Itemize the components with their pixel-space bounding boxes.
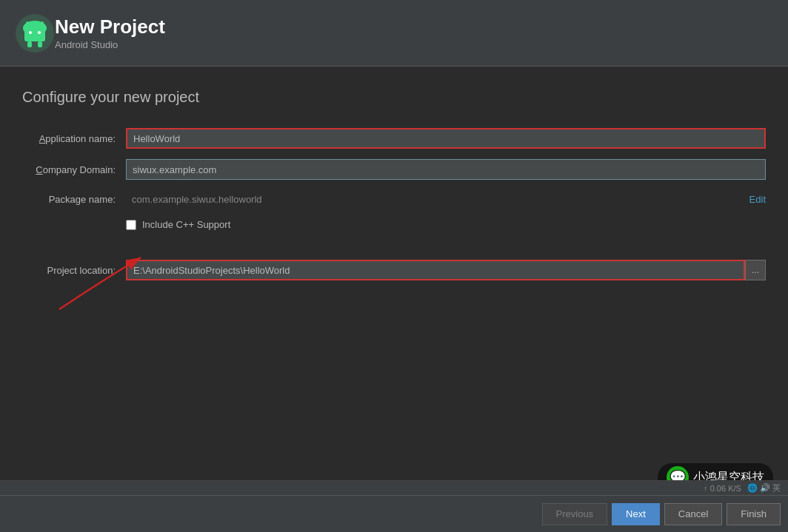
project-location-input[interactable]: [126, 260, 745, 280]
next-button[interactable]: Next: [612, 503, 660, 525]
header: New Project Android Studio: [0, 0, 788, 67]
form-area: Application name: Company Domain: Packag…: [22, 128, 766, 280]
previous-button[interactable]: Previous: [542, 503, 608, 525]
browse-button[interactable]: ...: [745, 260, 766, 280]
header-title: New Project: [55, 16, 165, 38]
svg-rect-2: [24, 28, 45, 41]
project-location-row: Project location: ...: [22, 260, 766, 280]
package-name-row: Package name: com.example.siwux.hellowor…: [22, 190, 766, 209]
edit-link[interactable]: Edit: [749, 194, 766, 205]
cpp-support-label: Include C++ Support: [142, 219, 230, 230]
application-name-label: Application name:: [22, 133, 126, 144]
svg-point-7: [26, 21, 29, 24]
status-bar: ↑ 0.06 K/S 🌐 🔊 英: [0, 480, 788, 495]
cpp-support-row: Include C++ Support: [126, 219, 766, 230]
finish-button[interactable]: Finish: [727, 503, 781, 525]
package-name-value: com.example.siwux.helloworld: [126, 190, 742, 209]
cancel-button[interactable]: Cancel: [664, 503, 722, 525]
main-content: Configure your new project Application n…: [0, 67, 788, 295]
bottom-bar: Previous Next Cancel Finish: [0, 495, 788, 532]
application-name-input[interactable]: [126, 128, 766, 149]
header-subtitle: Android Studio: [55, 39, 165, 50]
project-location-section: Project location: ...: [22, 260, 766, 280]
project-location-label: Project location:: [22, 265, 126, 276]
cpp-support-checkbox[interactable]: [126, 220, 136, 230]
android-logo: [15, 13, 55, 53]
svg-point-8: [41, 21, 44, 24]
network-speed: ↑ 0.06 K/S: [704, 484, 741, 493]
company-domain-row: Company Domain:: [22, 159, 766, 180]
header-text: New Project Android Studio: [55, 16, 165, 50]
status-icons: 🌐 🔊 英: [747, 482, 781, 494]
company-domain-input[interactable]: [126, 159, 766, 180]
application-name-row: Application name:: [22, 128, 766, 149]
svg-point-3: [29, 31, 32, 34]
svg-rect-10: [38, 41, 42, 47]
svg-point-4: [38, 31, 41, 34]
company-domain-label: Company Domain:: [22, 164, 126, 175]
svg-rect-9: [27, 41, 32, 47]
page-title: Configure your new project: [22, 89, 766, 106]
package-name-label: Package name:: [22, 194, 126, 205]
